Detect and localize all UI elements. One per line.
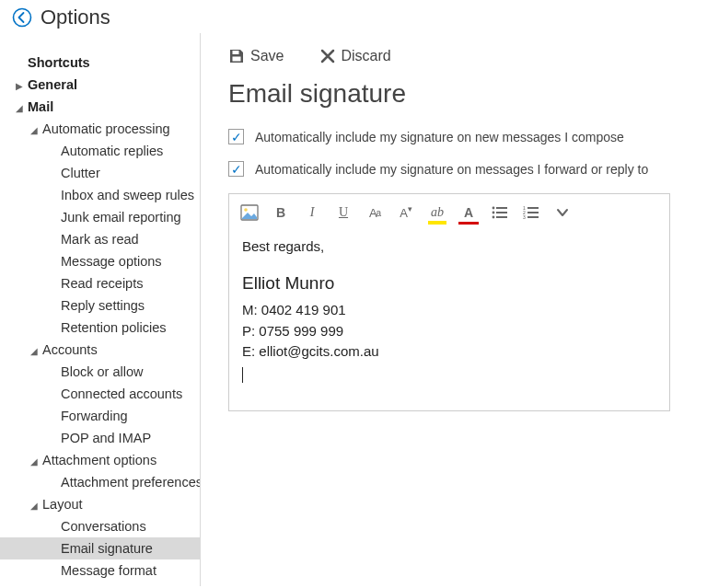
sidebar: Shortcuts ▶ General ◢ Mail ◢ Automatic p… (0, 33, 201, 586)
font-family-button[interactable]: Aa (365, 203, 384, 222)
signature-editor: B I U Aa A▾ ab A 1 2 (228, 193, 670, 411)
sidebar-item-pop-imap[interactable]: POP and IMAP (0, 427, 200, 449)
sidebar-item-layout[interactable]: ◢ Layout (0, 493, 200, 515)
discard-button-label: Discard (341, 48, 390, 64)
sidebar-item-attachment-options[interactable]: ◢ Attachment options (0, 449, 200, 471)
caret-down-icon: ◢ (29, 346, 39, 356)
sidebar-item-message-format[interactable]: Message format (0, 559, 200, 582)
signature-name: Elliot Munro (242, 271, 656, 297)
svg-rect-6 (496, 207, 507, 209)
sidebar-item-retention-policies[interactable]: Retention policies (0, 317, 200, 339)
checkbox-new-label: Automatically include my signature on ne… (255, 130, 624, 144)
header-title: Options (41, 6, 110, 29)
font-color-button[interactable]: A (459, 203, 478, 222)
save-icon (228, 48, 245, 64)
sidebar-item-accounts[interactable]: ◢ Accounts (0, 339, 200, 361)
caret-down-icon: ◢ (29, 456, 39, 467)
signature-email: E: elliot@gcits.com.au (242, 341, 656, 363)
sidebar-item-inbox-sweep[interactable]: Inbox and sweep rules (0, 184, 200, 206)
insert-image-button[interactable] (240, 203, 259, 222)
bold-button[interactable]: B (272, 203, 290, 222)
sidebar-item-mail[interactable]: ◢ Mail (0, 96, 200, 118)
font-size-button[interactable]: A▾ (397, 203, 415, 222)
checkbox-fwdreply[interactable]: ✓ (228, 161, 244, 177)
action-bar: Save Discard (228, 48, 679, 64)
svg-point-5 (493, 207, 495, 210)
sidebar-item-block-allow[interactable]: Block or allow (0, 361, 200, 383)
svg-point-0 (14, 9, 31, 27)
bulleted-list-button[interactable] (491, 203, 509, 222)
svg-rect-10 (496, 216, 507, 218)
signature-phone: P: 0755 999 999 (242, 321, 656, 342)
main: Save Discard Email signature ✓ Automatic… (201, 33, 707, 586)
checkbox-fwdreply-label: Automatically include my signature on me… (255, 162, 648, 177)
signature-textarea[interactable]: Best regards, Elliot Munro M: 0402 419 9… (229, 229, 669, 410)
underline-button[interactable]: U (334, 203, 353, 222)
back-button[interactable] (11, 6, 33, 29)
header: Options (0, 0, 707, 33)
svg-rect-1 (233, 51, 239, 54)
sidebar-item-mark-as-read[interactable]: Mark as read (0, 228, 200, 250)
chevron-down-icon (556, 206, 569, 219)
discard-button[interactable]: Discard (320, 48, 390, 64)
close-icon (320, 49, 335, 63)
sidebar-item-shortcuts[interactable]: Shortcuts (0, 52, 200, 74)
sidebar-item-reply-settings[interactable]: Reply settings (0, 294, 200, 317)
sidebar-item-clutter[interactable]: Clutter (0, 162, 200, 184)
numbered-list-button[interactable]: 1 2 3 (522, 203, 540, 222)
caret-down-icon: ◢ (29, 125, 39, 135)
save-button[interactable]: Save (228, 48, 284, 64)
svg-rect-8 (496, 212, 507, 213)
svg-rect-14 (527, 212, 539, 213)
sidebar-item-message-options[interactable]: Message options (0, 250, 200, 272)
caret-down-icon: ◢ (29, 501, 39, 511)
sidebar-item-automatic-replies[interactable]: Automatic replies (0, 140, 200, 162)
sidebar-item-junk-reporting[interactable]: Junk email reporting (0, 206, 200, 228)
sidebar-item-automatic-processing[interactable]: ◢ Automatic processing (0, 118, 200, 140)
svg-point-7 (493, 212, 495, 214)
signature-greeting: Best regards, (242, 236, 656, 258)
sidebar-item-general[interactable]: ▶ General (0, 74, 200, 96)
more-options-button[interactable] (553, 203, 572, 222)
highlight-button[interactable]: ab (428, 203, 446, 222)
numbered-list-icon: 1 2 3 (523, 205, 539, 220)
save-button-label: Save (250, 48, 284, 64)
sidebar-item-forwarding[interactable]: Forwarding (0, 405, 200, 427)
bulleted-list-icon (492, 205, 508, 220)
text-cursor (242, 367, 243, 383)
image-icon (240, 204, 259, 221)
sidebar-item-connected-accounts[interactable]: Connected accounts (0, 383, 200, 405)
checkbox-include-new: ✓ Automatically include my signature on … (228, 129, 679, 144)
italic-button[interactable]: I (303, 203, 321, 222)
checkbox-new[interactable]: ✓ (228, 129, 244, 144)
svg-point-9 (493, 216, 495, 219)
svg-text:3: 3 (523, 214, 526, 220)
editor-toolbar: B I U Aa A▾ ab A 1 2 (229, 194, 669, 229)
caret-right-icon: ▶ (15, 81, 24, 91)
signature-mobile: M: 0402 419 901 (242, 300, 656, 321)
sidebar-item-conversations[interactable]: Conversations (0, 515, 200, 537)
svg-rect-12 (527, 207, 539, 209)
caret-down-icon: ◢ (15, 103, 24, 113)
sidebar-item-attachment-prefs[interactable]: Attachment preferences (0, 471, 200, 493)
svg-rect-2 (233, 57, 241, 62)
sidebar-item-read-receipts[interactable]: Read receipts (0, 272, 200, 294)
sidebar-item-email-signature[interactable]: Email signature (0, 537, 200, 559)
back-arrow-icon (12, 7, 32, 28)
checkbox-include-fwdreply: ✓ Automatically include my signature on … (228, 161, 679, 177)
svg-rect-16 (527, 216, 539, 218)
svg-point-4 (244, 208, 248, 212)
page-title: Email signature (228, 79, 679, 109)
